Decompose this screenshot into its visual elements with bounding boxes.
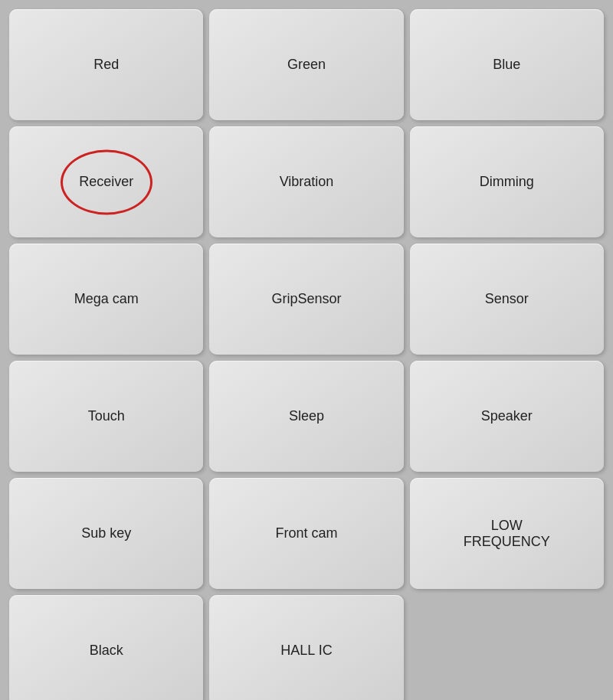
label-receiver: Receiver	[79, 174, 133, 190]
label-dimming: Dimming	[480, 174, 534, 190]
grid-item-speaker[interactable]: Speaker	[410, 361, 604, 472]
label-hall-ic: HALL IC	[280, 643, 332, 659]
label-blue: Blue	[493, 57, 520, 73]
grid-item-vibration[interactable]: Vibration	[209, 126, 403, 237]
label-speaker: Speaker	[481, 408, 533, 424]
grid-item-blue[interactable]: Blue	[410, 9, 604, 120]
grid-item-front-cam[interactable]: Front cam	[209, 478, 403, 589]
grid-item-low-frequency[interactable]: LOW FREQUENCY	[410, 478, 604, 589]
grid-item-hall-ic[interactable]: HALL IC	[209, 595, 403, 700]
grid-item-touch[interactable]: Touch	[9, 361, 203, 472]
label-mega-cam: Mega cam	[74, 291, 139, 307]
grid-item-grip-sensor[interactable]: GripSensor	[209, 244, 403, 355]
label-front-cam: Front cam	[275, 525, 337, 541]
grid-item-green[interactable]: Green	[209, 9, 403, 120]
grid-item-red[interactable]: Red	[9, 9, 203, 120]
label-red: Red	[93, 57, 119, 73]
label-sensor: Sensor	[485, 291, 529, 307]
label-low-frequency: LOW FREQUENCY	[464, 518, 550, 550]
grid-item-black[interactable]: Black	[9, 595, 203, 700]
main-grid: RedGreenBlueReceiverVibrationDimmingMega…	[0, 0, 613, 700]
label-black: Black	[90, 643, 123, 659]
grid-item-sensor[interactable]: Sensor	[410, 244, 604, 355]
grid-item-dimming[interactable]: Dimming	[410, 126, 604, 237]
grid-item-sub-key[interactable]: Sub key	[9, 478, 203, 589]
grid-item-mega-cam[interactable]: Mega cam	[9, 244, 203, 355]
label-sub-key: Sub key	[81, 525, 131, 541]
grid-item-sleep[interactable]: Sleep	[209, 361, 403, 472]
grid-item-receiver[interactable]: Receiver	[9, 126, 203, 237]
receiver-highlight-circle	[61, 149, 152, 214]
label-grip-sensor: GripSensor	[271, 291, 341, 307]
label-touch: Touch	[88, 408, 125, 424]
label-green: Green	[287, 57, 326, 73]
grid-item-empty	[410, 595, 604, 700]
label-vibration: Vibration	[280, 174, 334, 190]
label-sleep: Sleep	[289, 408, 324, 424]
